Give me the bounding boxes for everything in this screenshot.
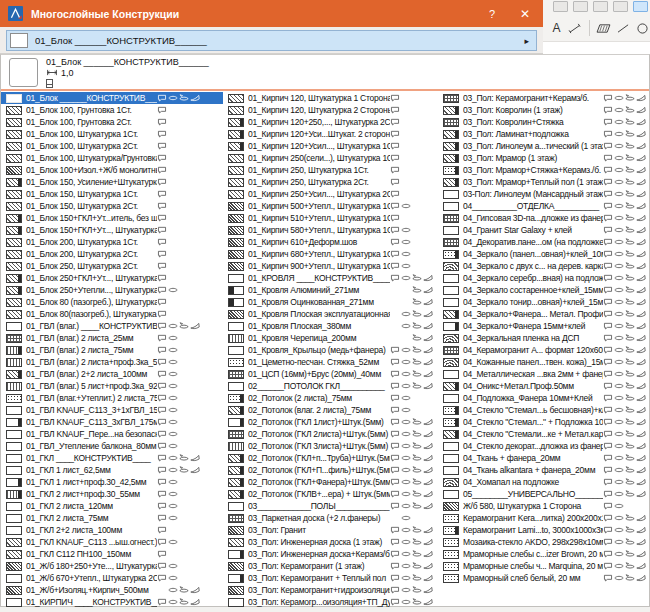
list-item[interactable]: 01_Блок 100, Штукатурка 2Ст.	[1, 140, 223, 152]
list-item[interactable]: 01_ГВЛ (влаг.) 2 листа+проф.3ка_55мм	[1, 356, 223, 368]
list-item[interactable]: 01_ГКЛ 2 листа_120мм	[1, 500, 223, 512]
list-item[interactable]: 01_ГКЛ 2+2 листа_100мм	[1, 524, 223, 536]
list-item[interactable]: 02_Потолок (2 листа)_75мм	[223, 392, 438, 404]
text-tool-icon[interactable]: A	[549, 20, 564, 37]
toolbar-mini-icon[interactable]	[613, 1, 628, 12]
list-item[interactable]: 04_Гипсовая 3D-па...дложке из фанеры	[438, 212, 650, 224]
toolbar-mini-icon[interactable]	[553, 1, 568, 12]
list-item[interactable]: 01_Блок 80(пазогреб.), Штукатурка 1Ст.	[1, 308, 223, 320]
list-item[interactable]: 03_Пол: Гранит	[223, 524, 438, 536]
list-item[interactable]: 01_Блок 250+Утепли..., Штукатурка 1Ст.	[1, 284, 223, 296]
list-item[interactable]: 02_Потолок (ГКЛ 1лист)+Штук.(5мм)	[223, 416, 438, 428]
list-item[interactable]: 01_Кирпич 120+Усил..., Штукатурка 1Ст.	[223, 140, 438, 152]
list-item[interactable]: 02_Потолок (ГКЛ 2листа)+Штук.(5мм)	[223, 428, 438, 440]
list-item[interactable]: 03____________ПОЛЫ____________	[223, 500, 438, 512]
list-item[interactable]: 01_Кирпич 120, Штукатурка 2 Стороны	[223, 104, 438, 116]
list-item[interactable]: 02_Потолок (ГКЛ 3листа)+Штук.(5мм)	[223, 440, 438, 452]
list-item[interactable]: 01_Кирпич 580+Утепл., Штукатурка 1Ст.	[223, 224, 438, 236]
list-item[interactable]: 03_Пол: Линолеум а...тический (1 этаж)	[438, 140, 650, 152]
list-item[interactable]: 03_Пол: Ковролин (1 этаж)	[438, 104, 650, 116]
list-item[interactable]: 01_Блок 100, Штукатурка 1Ст.	[1, 128, 223, 140]
list-item[interactable]: 03_Пол: Инженерная доска+Керамз/б.	[223, 548, 438, 560]
list-item[interactable]: 04__________ОТДЕЛКА__________	[438, 200, 650, 212]
list-item[interactable]: 03_Пол: Мрамор (1 этаж)	[438, 152, 650, 164]
list-item[interactable]: 01_ГКЛ 1 лист_62,5мм	[1, 464, 223, 476]
list-item[interactable]: 01_Кровля Оцинкованная_271мм	[223, 296, 438, 308]
list-item[interactable]: 01_Кирпич 250, Штукатурка 2Ст.	[223, 176, 438, 188]
list-item[interactable]: 02_Потолок (ГКЛ+п...Труба)+Штук.(5мм)	[223, 452, 438, 464]
toolbar-mini-icon[interactable]	[593, 1, 608, 12]
list-item[interactable]: 01_Кирпич 120+250,..., Штукатурка 2Ст.	[223, 116, 438, 128]
list-item[interactable]: 01_Блок 100, Грунтовка 1Ст.	[1, 104, 223, 116]
list-item[interactable]: 04_Зеркало тонир...овная)+клей_15мм	[438, 296, 650, 308]
list-item[interactable]: 04_Керамогранит А... формат 120х60см	[438, 344, 650, 356]
list-item[interactable]: 04_Ткань + фанера_20мм	[438, 452, 650, 464]
list-item[interactable]: 01_ГВЛ_Утепление балкона_80мм	[1, 440, 223, 452]
list-item[interactable]: 04_Металлическая ...вка 2мм + фанера	[438, 368, 650, 380]
list-item[interactable]: 01_Блок 100, Грунтовка 2Ст.	[1, 116, 223, 128]
list-item[interactable]: 02_Потолок (ГКЛ+Фанера)+Штук.(5мм)	[223, 476, 438, 488]
list-item[interactable]: 01_ГКЛ 1 лист+проф.30_42,5мм	[1, 476, 223, 488]
list-item[interactable]: 04_Хомапал на подложке	[438, 476, 650, 488]
list-item[interactable]: Мраморный слеб белый, 20 мм	[438, 572, 650, 584]
toolbar-mini-icon[interactable]	[573, 1, 588, 12]
list-item[interactable]: 01_Кирпич 510+Утепл., Штукатурка 1Ст.	[223, 212, 438, 224]
list-item[interactable]: 01_ГКЛ 2 лист+проф.30_55мм	[1, 488, 223, 500]
list-item[interactable]: 04_Зеркало+Фанера... Метал. Профиле)	[438, 308, 650, 320]
list-item[interactable]: 01_ГВЛ (влаг.) 2 листа_25мм	[1, 332, 223, 344]
list-item[interactable]: 01_Блок 100, Штукатурка/Грунтовка 2Ст.	[1, 152, 223, 164]
list-item[interactable]: Мраморные слебы ч... Marquina, 20 мм	[438, 560, 650, 572]
list-item-selected[interactable]: 01_Блок ______КОНСТРУКТИВ______	[1, 92, 223, 104]
line-tool-icon[interactable]	[616, 20, 631, 37]
list-item[interactable]: 04_Зеркало с двух с... на дерев. каркасе	[438, 260, 650, 272]
list-item[interactable]: 04_Ткань alkantara + фанера_20мм	[438, 464, 650, 476]
list-item[interactable]: 03_Пол: Мрамор+Стяжка+Керамз./б.	[438, 164, 650, 176]
dimension-tool-icon[interactable]	[568, 20, 583, 37]
list-item[interactable]: 01_ГКЛ 2 листа_75мм	[1, 512, 223, 524]
list-item[interactable]: 02_Потолок (влаг. 2 листа)_75мм	[223, 404, 438, 416]
list-item[interactable]: 01_Блок 150+ГКЛ+Ут...итель, без штукат.	[1, 212, 223, 224]
list-item[interactable]: 04_Стекло "Стемал...ь бесшовная)+клей	[438, 404, 650, 416]
list-item[interactable]: 01_Ж/б 670+Утепл., Штукатурка 2Ст.	[1, 572, 223, 584]
list-item[interactable]: 04_Стекло "Стемал..." + Подложка 10мм	[438, 416, 650, 428]
list-item[interactable]: Мраморные слебы c...izer Brown, 20 мм	[438, 548, 650, 560]
list-item[interactable]: 05________УНИВЕРСАЛЬНО__________	[438, 488, 650, 500]
list-item[interactable]: 04_Зеркало состаренное+клей_15мм	[438, 284, 650, 296]
list-item[interactable]: 01_ГВЛ KNAUF_Пере...на безопасности»	[1, 428, 223, 440]
list-item[interactable]: 01_ГВЛ (влаг.) ____КОНСТРУКТИВ____	[1, 320, 223, 332]
list-item[interactable]: 01_ГКЛ KNAUF_C113 ...ыш.огнест.) 3хГСП	[1, 536, 223, 548]
list-item[interactable]: 01_Блок 150, Усиление+Штукатурка 2Ст.	[1, 176, 223, 188]
list-item[interactable]: 04_Подложка_Фанера 10мм+Клей	[438, 392, 650, 404]
list-item[interactable]: Ж/б 580, Штукатурка 1 Сторона	[438, 500, 650, 512]
list-item[interactable]: 01_ГКЛ ____КОНСТРУКТИВ____	[1, 452, 223, 464]
list-item[interactable]: 01_Блок 250+ГКЛ+Ут..., Штукатурка 1Ст.	[1, 272, 223, 284]
list-item[interactable]: 03_Пол: Ламинат+подложка	[438, 128, 650, 140]
list-item[interactable]: 01_ГВЛ (влаг.) 2+2 листа_100мм	[1, 368, 223, 380]
list-item[interactable]: 01_Ж/б+Изоляц.+Кирпич_500мм	[1, 584, 223, 596]
fill-tool-icon[interactable]	[596, 20, 611, 37]
list-item[interactable]: 04_Декоратив.пане...ом (на подложке)	[438, 236, 650, 248]
close-button[interactable]: ✕	[507, 0, 543, 27]
list-item[interactable]: 03_Пол: Керамогранит (1 этаж)	[223, 560, 438, 572]
list-item[interactable]: Керамогранит Lami...to, 3000x1000x3мм	[438, 524, 650, 536]
list-item[interactable]: 01_КРОВЛЯ ____КОНСТРУКТИВ____	[223, 272, 438, 284]
list-item[interactable]: 01_Блок 80 (пазогреб.), Штукатурка 2Ст.	[1, 296, 223, 308]
list-item[interactable]: 01_Кровля Черепица_200мм	[223, 332, 438, 344]
list-item[interactable]: 03_Пол: Керамогранит+Керамз/б.	[438, 92, 650, 104]
help-button[interactable]: ?	[477, 0, 507, 27]
list-item[interactable]: Керамогранит Kera...литка) 200x200x10	[438, 512, 650, 524]
list-item[interactable]: 01_Кровля Алюминий_271мм	[223, 284, 438, 296]
toolbar-mini-icon-active[interactable]	[633, 1, 648, 12]
list-item[interactable]: 01_ГВЛ KNAUF_C113_3+1хГВЛ_150мм	[1, 404, 223, 416]
circle-tool-icon[interactable]	[635, 20, 650, 37]
list-item[interactable]: 01_Кирпич 250+Усил..., Штукатурка 2Ст.	[223, 188, 438, 200]
list-item[interactable]: 03_Пол: Керамогранит+гидроизоляция	[223, 584, 438, 596]
list-item[interactable]: 04_Зеркало серебр...вная) на подложке	[438, 272, 650, 284]
list-item[interactable]: 04_Зеркало (панел...овная)+клей_10мм	[438, 248, 650, 260]
list-item[interactable]: 03_Паркетная доска (+2 л.фанеры)	[223, 512, 438, 524]
list-item[interactable]: 01_ГВЛ (влаг.) 5 лист+проф.3ка_92,5мм	[1, 380, 223, 392]
list-item[interactable]: 03_Пол: Ковролин+Стяжка	[438, 116, 650, 128]
list-item[interactable]: 03_Пол: Инженерная доска (1 этаж)	[223, 536, 438, 548]
list-item[interactable]: 04_Гранит Star Galaxy + клей	[438, 224, 650, 236]
list-item[interactable]: 01_Блок 100+Изол.+Ж/б монолитный	[1, 164, 223, 176]
